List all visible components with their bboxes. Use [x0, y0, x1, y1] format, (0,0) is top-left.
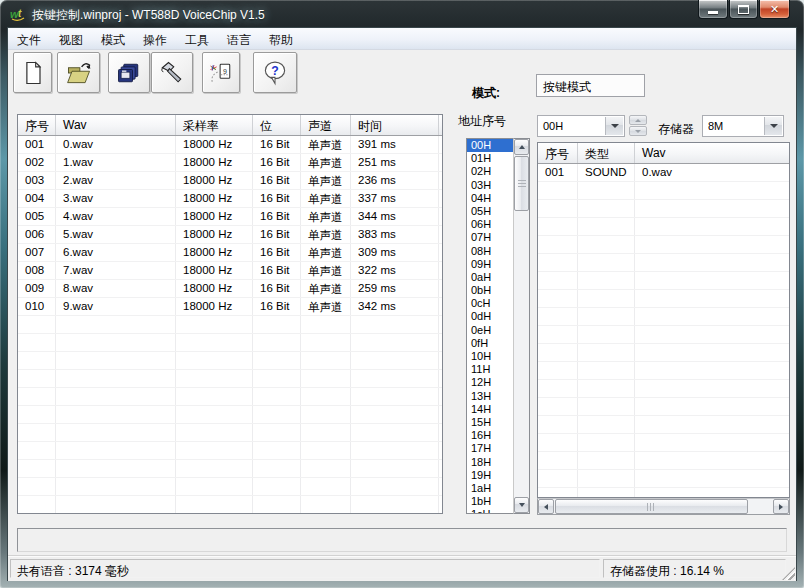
table-cell	[351, 388, 439, 405]
address-item[interactable]: 12H	[467, 376, 513, 389]
column-header[interactable]: Wav	[635, 143, 789, 163]
build-hammer-icon	[158, 59, 186, 87]
column-header[interactable]: 类型	[578, 143, 635, 163]
download-chip-button[interactable]: 9	[202, 52, 240, 93]
menu-item[interactable]: 文件	[8, 28, 50, 50]
column-header[interactable]: 序号	[18, 115, 56, 135]
table-row[interactable]: 0087.wav18000 Hz16 Bit单声道322 ms	[18, 262, 442, 280]
scroll-right-button[interactable]	[773, 499, 789, 514]
table-cell	[253, 442, 301, 459]
address-item[interactable]: 1bH	[467, 495, 513, 508]
address-item[interactable]: 0dH	[467, 310, 513, 323]
address-item[interactable]: 1cH	[467, 508, 513, 514]
table-cell	[253, 460, 301, 477]
table-row[interactable]: 0043.wav18000 Hz16 Bit单声道337 ms	[18, 190, 442, 208]
address-item[interactable]: 15H	[467, 416, 513, 429]
address-spinner[interactable]	[629, 115, 647, 137]
open-project-button[interactable]	[57, 52, 100, 93]
table-cell: 单声道	[301, 298, 351, 315]
address-item[interactable]: 14H	[467, 403, 513, 416]
address-item[interactable]: 1aH	[467, 482, 513, 495]
address-item[interactable]: 03H	[467, 179, 513, 192]
combo-dropdown-button[interactable]	[764, 117, 782, 135]
close-button[interactable]: ✕	[759, 0, 790, 19]
table-cell: 002	[18, 154, 56, 171]
address-item[interactable]: 02H	[467, 165, 513, 178]
new-file-button[interactable]	[13, 52, 52, 93]
minimize-button[interactable]	[698, 0, 728, 19]
scrollbar-thumb[interactable]	[514, 156, 529, 211]
address-item[interactable]: 06H	[467, 218, 513, 231]
menu-item[interactable]: 帮助	[260, 28, 302, 50]
table-row[interactable]: 0076.wav18000 Hz16 Bit单声道309 ms	[18, 244, 442, 262]
table-row[interactable]: 0109.wav18000 Hz16 Bit单声道342 ms	[18, 298, 442, 316]
column-header[interactable]: 声道	[301, 115, 351, 135]
table-row[interactable]: 0065.wav18000 Hz16 Bit单声道383 ms	[18, 226, 442, 244]
column-header[interactable]: 序号	[538, 143, 578, 163]
table-row[interactable]: 0054.wav18000 Hz16 Bit单声道344 ms	[18, 208, 442, 226]
address-item[interactable]: 11H	[467, 363, 513, 376]
column-header[interactable]: 时间	[351, 115, 439, 135]
address-table-hscrollbar[interactable]	[537, 498, 790, 515]
arrow-down-icon	[635, 130, 641, 133]
spinner-down-button[interactable]	[629, 126, 647, 136]
address-item[interactable]: 09H	[467, 258, 513, 271]
address-item[interactable]: 05H	[467, 205, 513, 218]
scrollbar-thumb[interactable]	[555, 499, 748, 514]
address-item[interactable]: 0eH	[467, 324, 513, 337]
table-row[interactable]: 0098.wav18000 Hz16 Bit单声道259 ms	[18, 280, 442, 298]
table-cell	[538, 362, 578, 379]
address-scrollbar[interactable]	[513, 138, 530, 514]
address-item[interactable]: 19H	[467, 469, 513, 482]
table-cell	[18, 460, 56, 477]
table-row[interactable]: 0021.wav18000 Hz16 Bit单声道251 ms	[18, 154, 442, 172]
titlebar[interactable]: w t 按键控制.winproj - WT588D VoiceChip V1.5…	[0, 0, 804, 28]
address-item[interactable]: 18H	[467, 456, 513, 469]
address-item[interactable]: 0fH	[467, 337, 513, 350]
address-item[interactable]: 17H	[467, 442, 513, 455]
menu-item[interactable]: 视图	[50, 28, 92, 50]
table-row[interactable]: 0010.wav18000 Hz16 Bit单声道391 ms	[18, 136, 442, 154]
memory-combo[interactable]: 8M	[702, 115, 784, 137]
scroll-up-button[interactable]	[514, 139, 529, 155]
mode-field[interactable]: 按键模式	[536, 74, 645, 97]
address-item[interactable]: 10H	[467, 350, 513, 363]
column-header[interactable]: 位	[253, 115, 301, 135]
table-row-empty	[538, 398, 789, 416]
table-cell	[635, 398, 789, 415]
build-hammer-button[interactable]	[151, 52, 193, 93]
address-item[interactable]: 00H	[467, 139, 513, 152]
table-row[interactable]: 0032.wav18000 Hz16 Bit单声道236 ms	[18, 172, 442, 190]
address-item[interactable]: 13H	[467, 390, 513, 403]
address-item[interactable]: 0cH	[467, 297, 513, 310]
table-cell	[301, 370, 351, 387]
help-button[interactable]: ?	[253, 52, 297, 93]
maximize-button[interactable]	[729, 0, 758, 19]
menu-item[interactable]: 工具	[176, 28, 218, 50]
table-cell: 单声道	[301, 154, 351, 171]
spinner-up-button[interactable]	[629, 115, 647, 125]
address-item[interactable]: 0aH	[467, 271, 513, 284]
column-header[interactable]: 采样率	[176, 115, 253, 135]
table-cell	[351, 334, 439, 351]
column-header[interactable]: Wav	[56, 115, 176, 135]
table-row[interactable]: 001SOUND0.wav	[538, 164, 789, 182]
voice-files-button[interactable]	[108, 52, 150, 93]
combo-dropdown-button[interactable]	[605, 117, 623, 135]
address-item[interactable]: 08H	[467, 245, 513, 258]
address-item[interactable]: 0bH	[467, 284, 513, 297]
address-combo[interactable]: 00H	[537, 115, 625, 137]
address-item[interactable]: 16H	[467, 429, 513, 442]
table-cell	[351, 352, 439, 369]
table-cell	[18, 388, 56, 405]
menu-item[interactable]: 操作	[134, 28, 176, 50]
scroll-left-button[interactable]	[538, 499, 554, 514]
table-cell	[635, 470, 789, 487]
menu-item[interactable]: 语言	[218, 28, 260, 50]
address-item[interactable]: 04H	[467, 192, 513, 205]
scroll-down-button[interactable]	[514, 497, 529, 513]
table-cell: 383 ms	[351, 226, 439, 243]
address-item[interactable]: 01H	[467, 152, 513, 165]
address-item[interactable]: 07H	[467, 231, 513, 244]
menu-item[interactable]: 模式	[92, 28, 134, 50]
